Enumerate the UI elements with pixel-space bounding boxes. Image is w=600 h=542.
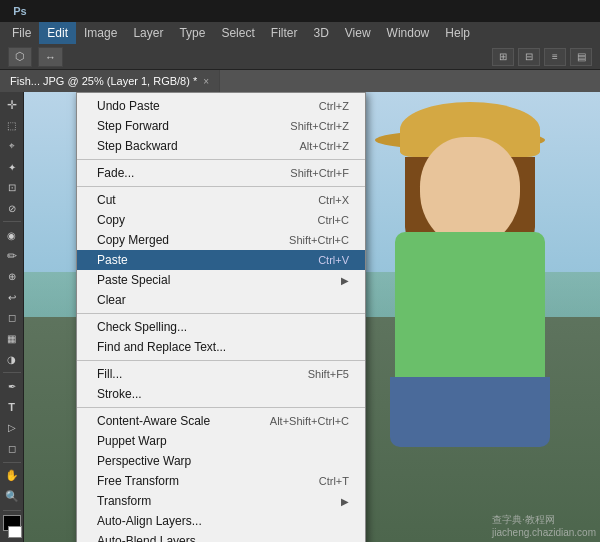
- tool-clone[interactable]: ⊕: [1, 267, 23, 286]
- menu-undo-paste[interactable]: Undo Paste Ctrl+Z: [77, 96, 365, 116]
- menu-fade-label: Fade...: [97, 166, 134, 180]
- toolbar-separator-4: [3, 510, 21, 511]
- main-area: ✛ ⬚ ⌖ ✦ ⊡ ⊘ ◉ ✏ ⊕ ↩ ◻ ▦ ◑ ✒ T ▷ ◻ ✋ 🔍: [0, 92, 600, 542]
- menu-paste-shortcut: Ctrl+V: [318, 254, 349, 266]
- toolbar-separator-3: [3, 462, 21, 463]
- menu-check-spelling[interactable]: Check Spelling...: [77, 317, 365, 337]
- menu-transform[interactable]: Transform ▶: [77, 491, 365, 511]
- menu-paste-special-label: Paste Special: [97, 273, 170, 287]
- menu-free-transform-label: Free Transform: [97, 474, 179, 488]
- tool-move[interactable]: ✛: [1, 96, 23, 115]
- menu-step-backward-shortcut: Alt+Ctrl+Z: [299, 140, 349, 152]
- paste-special-arrow: ▶: [341, 275, 349, 286]
- menu-edit[interactable]: Edit: [39, 22, 76, 44]
- menu-3d[interactable]: 3D: [305, 22, 336, 44]
- tool-path-selection[interactable]: ▷: [1, 418, 23, 437]
- tool-magic-wand[interactable]: ✦: [1, 158, 23, 177]
- menu-clear-label: Clear: [97, 293, 126, 307]
- menu-bar: File Edit Image Layer Type Select Filter…: [0, 22, 600, 44]
- menu-cut[interactable]: Cut Ctrl+X: [77, 190, 365, 210]
- separator-5: [77, 407, 365, 408]
- body: [395, 232, 545, 392]
- menu-fill[interactable]: Fill... Shift+F5: [77, 364, 365, 384]
- menu-cut-label: Cut: [97, 193, 116, 207]
- menu-content-aware-scale-label: Content-Aware Scale: [97, 414, 210, 428]
- menu-image[interactable]: Image: [76, 22, 125, 44]
- tool-brush[interactable]: ✏: [1, 247, 23, 266]
- tool-eyedropper[interactable]: ⊘: [1, 199, 23, 218]
- options-btn-1[interactable]: ⬡: [8, 47, 32, 67]
- menu-undo-paste-label: Undo Paste: [97, 99, 160, 113]
- menu-fill-shortcut: Shift+F5: [308, 368, 349, 380]
- watermark: 查字典·教程网 jiacheng.chazidian.com: [492, 513, 596, 538]
- menu-transform-label: Transform: [97, 494, 151, 508]
- options-icon-3[interactable]: ≡: [544, 48, 566, 66]
- menu-perspective-warp-label: Perspective Warp: [97, 454, 191, 468]
- tool-crop[interactable]: ⊡: [1, 178, 23, 197]
- ps-logo-text: Ps: [13, 5, 26, 17]
- menu-help[interactable]: Help: [437, 22, 478, 44]
- menu-auto-align-label: Auto-Align Layers...: [97, 514, 202, 528]
- menu-paste-label: Paste: [97, 253, 128, 267]
- title-bar: Ps: [0, 0, 600, 22]
- menu-fade[interactable]: Fade... Shift+Ctrl+F: [77, 163, 365, 183]
- tool-lasso[interactable]: ⌖: [1, 137, 23, 156]
- menu-copy[interactable]: Copy Ctrl+C: [77, 210, 365, 230]
- menu-cut-shortcut: Ctrl+X: [318, 194, 349, 206]
- menu-stroke-label: Stroke...: [97, 387, 142, 401]
- menu-stroke[interactable]: Stroke...: [77, 384, 365, 404]
- tool-hand[interactable]: ✋: [1, 466, 23, 485]
- tab-document[interactable]: Fish... JPG @ 25% (Layer 1, RGB/8) * ×: [0, 70, 220, 92]
- menu-window[interactable]: Window: [379, 22, 438, 44]
- options-bar: ⬡ ↔ ⊞ ⊟ ≡ ▤: [0, 44, 600, 70]
- tool-spot-heal[interactable]: ◉: [1, 226, 23, 245]
- menu-copy-merged[interactable]: Copy Merged Shift+Ctrl+C: [77, 230, 365, 250]
- options-icon-4[interactable]: ▤: [570, 48, 592, 66]
- menu-free-transform-shortcut: Ctrl+T: [319, 475, 349, 487]
- tool-eraser[interactable]: ◻: [1, 309, 23, 328]
- tool-shape[interactable]: ◻: [1, 439, 23, 458]
- watermark-text: 查字典·教程网: [492, 513, 596, 527]
- menu-step-forward[interactable]: Step Forward Shift+Ctrl+Z: [77, 116, 365, 136]
- menu-filter[interactable]: Filter: [263, 22, 306, 44]
- tool-zoom[interactable]: 🔍: [1, 487, 23, 506]
- tool-pen[interactable]: ✒: [1, 377, 23, 396]
- edit-dropdown-menu: Undo Paste Ctrl+Z Step Forward Shift+Ctr…: [76, 92, 366, 542]
- menu-auto-blend[interactable]: Auto-Blend Layers...: [77, 531, 365, 542]
- menu-layer[interactable]: Layer: [125, 22, 171, 44]
- menu-puppet-warp-label: Puppet Warp: [97, 434, 167, 448]
- menu-copy-merged-shortcut: Shift+Ctrl+C: [289, 234, 349, 246]
- tab-close-button[interactable]: ×: [203, 76, 209, 87]
- options-icon-2[interactable]: ⊟: [518, 48, 540, 66]
- tool-text[interactable]: T: [1, 398, 23, 417]
- toolbar-separator-1: [3, 221, 21, 222]
- menu-auto-align[interactable]: Auto-Align Layers...: [77, 511, 365, 531]
- menu-content-aware-scale[interactable]: Content-Aware Scale Alt+Shift+Ctrl+C: [77, 411, 365, 431]
- background-color[interactable]: [8, 526, 22, 538]
- menu-paste[interactable]: Paste Ctrl+V: [77, 250, 365, 270]
- menu-file[interactable]: File: [4, 22, 39, 44]
- menu-clear[interactable]: Clear: [77, 290, 365, 310]
- menu-undo-paste-shortcut: Ctrl+Z: [319, 100, 349, 112]
- menu-step-backward[interactable]: Step Backward Alt+Ctrl+Z: [77, 136, 365, 156]
- tool-gradient[interactable]: ▦: [1, 329, 23, 348]
- tool-dodge[interactable]: ◑: [1, 350, 23, 369]
- separator-1: [77, 159, 365, 160]
- options-btn-2[interactable]: ↔: [38, 47, 63, 67]
- tool-history-brush[interactable]: ↩: [1, 288, 23, 307]
- tool-marquee[interactable]: ⬚: [1, 117, 23, 136]
- menu-fade-shortcut: Shift+Ctrl+F: [290, 167, 349, 179]
- menu-type[interactable]: Type: [171, 22, 213, 44]
- menu-view[interactable]: View: [337, 22, 379, 44]
- tab-bar: Fish... JPG @ 25% (Layer 1, RGB/8) * ×: [0, 70, 600, 92]
- menu-paste-special[interactable]: Paste Special ▶: [77, 270, 365, 290]
- menu-select[interactable]: Select: [213, 22, 262, 44]
- shorts: [390, 377, 550, 447]
- menu-free-transform[interactable]: Free Transform Ctrl+T: [77, 471, 365, 491]
- face: [420, 137, 520, 247]
- menu-puppet-warp[interactable]: Puppet Warp: [77, 431, 365, 451]
- menu-content-aware-scale-shortcut: Alt+Shift+Ctrl+C: [270, 415, 349, 427]
- options-icon-1[interactable]: ⊞: [492, 48, 514, 66]
- menu-find-replace[interactable]: Find and Replace Text...: [77, 337, 365, 357]
- menu-perspective-warp[interactable]: Perspective Warp: [77, 451, 365, 471]
